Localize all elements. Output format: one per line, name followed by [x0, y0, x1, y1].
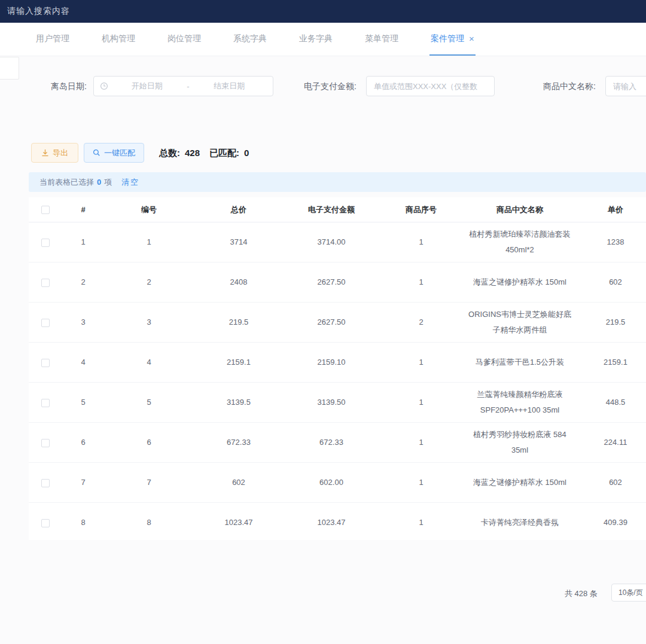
depart-date-label: 离岛日期: [51, 76, 87, 96]
cell-product-name: 海蓝之谜修护精萃水 150ml [463, 471, 577, 494]
download-icon [41, 149, 49, 157]
end-date-placeholder: 结束日期 [192, 81, 267, 91]
tab-post-management[interactable]: 岗位管理 [166, 23, 202, 56]
col-header-name: 商品中文名称 [463, 202, 577, 218]
table-row: 7 7 602 602.00 1 海蓝之谜修护精萃水 150ml 602 [29, 463, 646, 503]
cell-index: 6 [62, 431, 104, 454]
cell-index: 5 [62, 391, 104, 414]
col-header-seq: 商品序号 [379, 202, 463, 218]
row-checkbox[interactable] [41, 279, 50, 287]
tab-business-dict[interactable]: 业务字典 [298, 23, 334, 56]
selection-count: 0 [94, 178, 104, 187]
cell-payment: 3714.00 [284, 231, 379, 254]
tab-system-dict[interactable]: 系统字典 [232, 23, 268, 56]
select-all-checkbox[interactable] [41, 206, 50, 214]
export-label: 导出 [53, 148, 68, 158]
top-navbar: 请输入搜索内容 [0, 0, 646, 23]
cell-total: 3714 [194, 231, 284, 254]
cell-payment: 2159.10 [284, 351, 379, 374]
cell-code: 5 [104, 391, 194, 414]
table-row: 3 3 219.5 2627.50 2 ORIGINS韦博士灵芝焕能好底子精华水… [29, 303, 646, 343]
clock-icon [100, 82, 108, 90]
table-row: 1 1 3714 3714.00 1 植村秀新琥珀臻萃洁颜油套装 450ml*2… [29, 222, 646, 263]
cell-unit-price: 219.5 [577, 311, 646, 334]
case-management-page: 请输入搜索内容 用户管理 机构管理 岗位管理 系统字典 业务字典 菜单管理 案件… [0, 0, 646, 644]
cell-unit-price: 1238 [577, 231, 646, 254]
selection-suffix: 项 [104, 177, 112, 188]
cell-total: 1023.47 [194, 511, 284, 534]
tab-label: 用户管理 [36, 33, 69, 44]
tab-user-management[interactable]: 用户管理 [35, 23, 71, 56]
cell-seq: 1 [379, 391, 463, 414]
cell-payment: 672.33 [284, 431, 379, 454]
page-size-select[interactable]: 10条/页 [611, 584, 646, 602]
cell-code: 7 [104, 471, 194, 494]
cell-seq: 2 [379, 311, 463, 334]
export-button[interactable]: 导出 [31, 143, 78, 163]
clear-selection-link[interactable]: 清空 [121, 177, 139, 188]
row-checkbox[interactable] [41, 359, 50, 367]
tab-org-management[interactable]: 机构管理 [100, 23, 136, 56]
page-size-value: 10条/页 [618, 588, 643, 597]
col-header-payment: 电子支付金额 [284, 202, 379, 218]
table-row: 8 8 1023.47 1023.47 1 卡诗菁纯亮泽经典香氛 409.39 [29, 503, 646, 540]
cell-total: 2408 [194, 271, 284, 294]
cell-unit-price: 448.5 [577, 391, 646, 414]
tab-label: 系统字典 [233, 33, 267, 44]
cell-product-name: 卡诗菁纯亮泽经典香氛 [463, 511, 577, 534]
cell-code: 2 [104, 271, 194, 294]
cell-index: 7 [62, 471, 104, 494]
col-header-total: 总价 [194, 202, 284, 218]
date-range-separator: - [184, 82, 191, 91]
cell-product-name: 兰蔻菁纯臻颜精华粉底液SPF20PA+++100 35ml [463, 383, 577, 422]
cell-code: 6 [104, 431, 194, 454]
row-checkbox[interactable] [41, 319, 50, 327]
cell-payment: 602.00 [284, 471, 379, 494]
row-checkbox[interactable] [41, 439, 50, 447]
one-click-match-button[interactable]: 一键匹配 [84, 143, 144, 163]
cell-unit-price: 2159.1 [577, 351, 646, 374]
cell-code: 8 [104, 511, 194, 534]
row-checkbox[interactable] [41, 399, 50, 407]
cell-product-name: 植村秀新琥珀臻萃洁颜油套装 450ml*2 [463, 223, 577, 261]
close-icon[interactable]: × [469, 34, 474, 43]
cell-code: 4 [104, 351, 194, 374]
row-checkbox[interactable] [41, 519, 50, 527]
cell-product-name: 植村秀羽纱持妆粉底液 584 35ml [463, 423, 577, 462]
selection-info-bar: 当前表格已选择 0 项 清空 [29, 172, 646, 192]
cell-total: 672.33 [194, 431, 284, 454]
tab-bar: 用户管理 机构管理 岗位管理 系统字典 业务字典 菜单管理 案件管理 × [0, 23, 646, 56]
data-table: # 编号 总价 电子支付金额 商品序号 商品中文名称 单价 1 1 3714 3… [29, 197, 646, 540]
start-date-placeholder: 开始日期 [109, 81, 184, 91]
cell-seq: 1 [379, 471, 463, 494]
table-row: 4 4 2159.1 2159.10 1 马爹利蓝带干邑1.5公升装 2159.… [29, 343, 646, 383]
payment-amount-label: 电子支付金额: [304, 76, 356, 96]
row-checkbox[interactable] [41, 239, 50, 247]
selection-prefix: 当前表格已选择 [39, 177, 94, 188]
table-row: 6 6 672.33 672.33 1 植村秀羽纱持妆粉底液 584 35ml … [29, 423, 646, 463]
cell-total: 3139.5 [194, 391, 284, 414]
cell-product-name: 马爹利蓝带干邑1.5公升装 [463, 351, 577, 374]
cell-unit-price: 602 [577, 271, 646, 294]
global-search-input[interactable]: 请输入搜索内容 [7, 6, 70, 17]
table-row: 5 5 3139.5 3139.50 1 兰蔻菁纯臻颜精华粉底液SPF20PA+… [29, 383, 646, 423]
cell-index: 1 [62, 231, 104, 254]
depart-date-range-input[interactable]: 开始日期 - 结束日期 [93, 76, 273, 96]
cell-seq: 1 [379, 271, 463, 294]
match-label: 一键匹配 [104, 148, 135, 158]
cell-total: 219.5 [194, 311, 284, 334]
tab-label: 菜单管理 [365, 33, 398, 44]
cell-payment: 3139.50 [284, 391, 379, 414]
product-name-input[interactable] [605, 76, 646, 96]
matched-label: 已匹配: [209, 148, 239, 158]
tab-label: 岗位管理 [167, 33, 201, 44]
tab-menu-management[interactable]: 菜单管理 [364, 23, 400, 56]
cell-unit-price: 224.11 [577, 431, 646, 454]
tab-case-management[interactable]: 案件管理 × [429, 23, 476, 56]
cell-seq: 1 [379, 511, 463, 534]
search-icon [93, 149, 100, 157]
table-header-row: # 编号 总价 电子支付金额 商品序号 商品中文名称 单价 [29, 197, 646, 222]
payment-amount-input[interactable] [366, 76, 495, 96]
matched-value: 0 [239, 148, 249, 158]
row-checkbox[interactable] [41, 479, 50, 487]
